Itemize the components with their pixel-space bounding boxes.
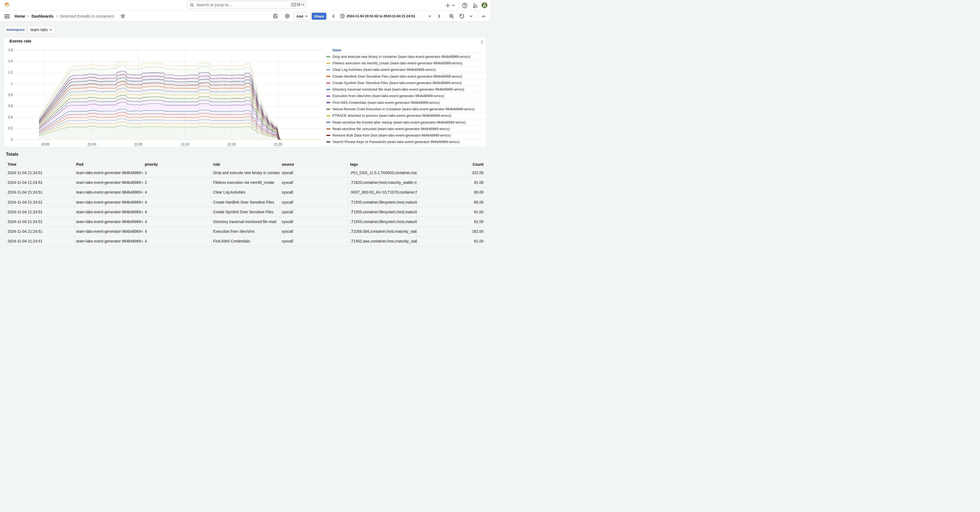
svg-text:21:15: 21:15	[228, 142, 235, 146]
svg-text:21:20: 21:20	[274, 142, 282, 146]
svg-text:1.2: 1.2	[8, 70, 13, 74]
svg-text:20:55: 20:55	[41, 142, 49, 146]
svg-text:1.6: 1.6	[8, 48, 13, 52]
svg-text:21:00: 21:00	[88, 142, 96, 146]
svg-text:0.6: 0.6	[8, 104, 13, 108]
svg-text:0.2: 0.2	[8, 126, 13, 130]
svg-text:0: 0	[11, 138, 13, 142]
svg-text:21:05: 21:05	[134, 142, 142, 146]
svg-text:1: 1	[11, 81, 13, 85]
svg-text:0.4: 0.4	[8, 115, 13, 119]
svg-text:21:10: 21:10	[181, 142, 189, 146]
svg-text:1.4: 1.4	[8, 59, 13, 63]
svg-text:0.8: 0.8	[8, 93, 13, 97]
